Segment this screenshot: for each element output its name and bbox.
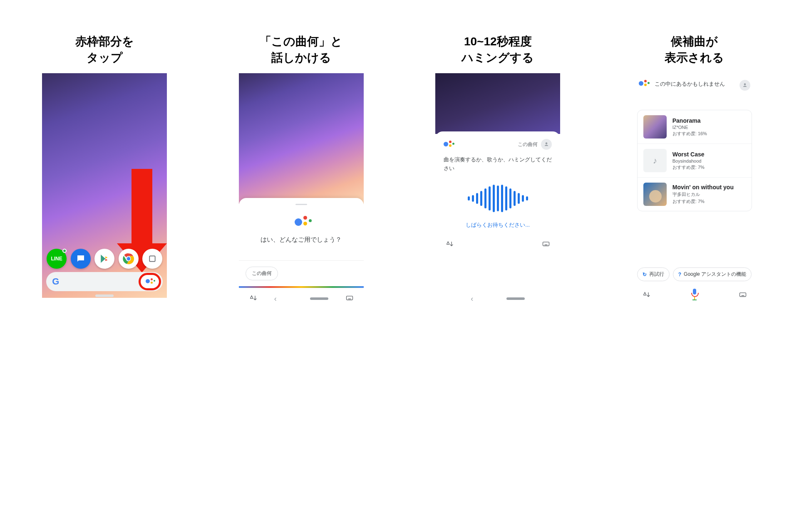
step-1-title: 赤枠部分をタップ	[75, 33, 134, 66]
nav-back-icon[interactable]: ‹	[274, 294, 277, 303]
app-line-icon[interactable]: LINE	[47, 249, 67, 269]
song-artist: 宇多田ヒカル	[672, 191, 734, 198]
album-art-thumbnail	[643, 115, 667, 139]
retry-chip[interactable]: ↻ 再試行	[637, 267, 670, 281]
song-confidence: おすすめ度: 7%	[672, 164, 705, 171]
music-note-icon: ♪	[653, 156, 657, 166]
phone-4: この中にあるかもしれません Panorama IZ*ONE おすすめ度: 16%…	[632, 73, 757, 306]
song-confidence: おすすめ度: 16%	[672, 131, 707, 137]
app-play-store-icon[interactable]	[94, 249, 114, 269]
song-title: Panorama	[672, 117, 707, 124]
phone-2: はい、どんなご用でしょう？ この曲何 ‹	[239, 73, 364, 306]
song-title: Movin' on without you	[672, 184, 734, 191]
android-nav-bar: ‹	[239, 293, 364, 304]
sheet-drag-handle[interactable]	[295, 204, 307, 205]
retry-label: 再試行	[649, 271, 664, 278]
step-4-title: 候補曲が表示される	[665, 33, 724, 66]
microphone-icon[interactable]	[690, 289, 699, 300]
assistant-prompt-text: はい、どんなご用でしょう？	[239, 236, 364, 260]
nav-home-pill[interactable]	[506, 297, 525, 300]
refresh-icon: ↻	[643, 272, 647, 277]
song-result-item[interactable]: Movin' on without you 宇多田ヒカル おすすめ度: 7%	[638, 177, 752, 211]
svg-rect-7	[739, 293, 746, 297]
song-result-item[interactable]: Panorama IZ*ONE おすすめ度: 16%	[638, 110, 752, 144]
assistant-toolbar	[444, 236, 552, 251]
phone-3: この曲何 曲を演奏するか、歌うか、ハミングしてください しばらくお待ちください.…	[435, 73, 560, 306]
google-g-logo-icon: G	[52, 276, 59, 287]
notification-dot	[62, 249, 67, 253]
assistant-bottom-sheet: はい、どんなご用でしょう？ この曲何	[239, 198, 364, 288]
step-3: 10~12秒程度ハミングする この曲何 曲を演奏するか、歌うか、ハミングしてくだ…	[433, 33, 562, 306]
google-search-bar[interactable]: G	[46, 272, 163, 291]
action-chip-row: ↻ 再試行 ? Google アシスタントの機能	[637, 267, 757, 281]
song-title: Worst Case	[672, 151, 705, 158]
assistant-features-chip[interactable]: ? Google アシスタントの機能	[673, 267, 752, 281]
assistant-response-header: この中にあるかもしれません	[639, 80, 750, 91]
app-dock: LINE	[42, 249, 167, 269]
svg-rect-4	[150, 256, 155, 262]
assistant-logo-icon	[639, 80, 650, 87]
app-messages-icon[interactable]	[71, 249, 91, 269]
suggestion-chip[interactable]: この曲何	[246, 267, 278, 280]
app-chrome-icon[interactable]	[119, 249, 139, 269]
help-icon: ?	[678, 272, 681, 277]
album-art-thumbnail	[643, 183, 667, 206]
assistant-launch-button[interactable]	[139, 273, 161, 290]
explore-icon[interactable]	[642, 290, 650, 299]
keyboard-icon[interactable]	[739, 290, 747, 299]
wallpaper	[239, 73, 364, 204]
user-query-text: この曲何	[518, 141, 538, 148]
assistant-input-bar	[632, 289, 757, 300]
album-art-placeholder: ♪	[643, 149, 667, 172]
instruction-text: 曲を演奏するか、歌うか、ハミングしてください	[444, 156, 552, 173]
keyboard-icon[interactable]	[542, 240, 550, 248]
song-confidence: おすすめ度: 7%	[672, 198, 734, 205]
user-avatar[interactable]	[739, 80, 750, 91]
gesture-nav-pill[interactable]	[95, 294, 114, 297]
please-wait-text: しばらくお待ちください...	[444, 221, 552, 229]
song-results-list: Panorama IZ*ONE おすすめ度: 16% ♪ Worst Case …	[637, 110, 752, 211]
line-label: LINE	[51, 256, 62, 262]
nav-home-pill[interactable]	[310, 297, 328, 300]
step-2: 「この曲何」と話しかける はい、どんなご用でしょう？ この曲何 ‹	[237, 33, 366, 306]
step-1: 赤枠部分をタップ LINE	[40, 33, 169, 298]
explore-icon[interactable]	[445, 240, 454, 248]
step-4: 候補曲が表示される この中にあるかもしれません Panorama IZ*ONE …	[630, 33, 759, 306]
svg-rect-6	[543, 242, 549, 246]
song-result-item[interactable]: ♪ Worst Case Boysindahood おすすめ度: 7%	[638, 144, 752, 177]
assistant-logo-icon	[146, 277, 154, 286]
suggestion-chip-row: この曲何	[239, 260, 364, 286]
audio-waveform-icon	[444, 184, 552, 213]
step-3-title: 10~12秒程度ハミングする	[462, 33, 534, 66]
assistant-logo-icon	[292, 216, 310, 228]
nav-back-icon[interactable]: ‹	[471, 294, 473, 303]
assistant-message-text: この中にあるかもしれません	[655, 80, 734, 88]
app-generic-icon[interactable]	[142, 249, 162, 269]
step-2-title: 「この曲何」と話しかける	[260, 33, 342, 66]
song-artist: Boysindahood	[672, 158, 705, 163]
phone-1: LINE G	[42, 73, 167, 298]
song-artist: IZ*ONE	[672, 125, 707, 130]
assistant-listening-card: この曲何 曲を演奏するか、歌うか、ハミングしてください しばらくお待ちください.…	[435, 131, 560, 288]
android-nav-bar: ‹	[435, 293, 560, 304]
features-label: Google アシスタントの機能	[684, 271, 746, 278]
listening-indicator	[239, 286, 364, 288]
wallpaper	[435, 73, 560, 134]
user-avatar[interactable]	[541, 139, 552, 150]
assistant-logo-icon	[444, 141, 454, 148]
